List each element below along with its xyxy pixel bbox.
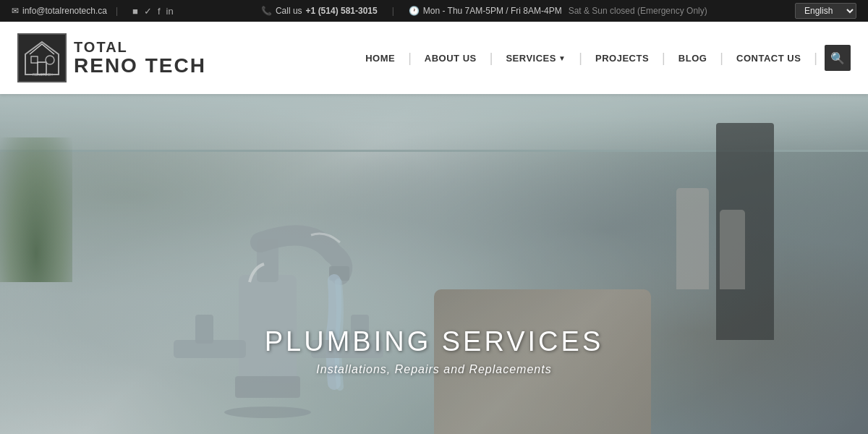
nav-blog-link[interactable]: BLOG	[665, 53, 720, 64]
social-icons: ■ ✓ f in	[132, 6, 174, 17]
nav-item-projects: PROJECTS	[582, 53, 662, 64]
top-bar: ✉ info@totalrenotech.ca | ■ ✓ f in 📞 Cal…	[0, 0, 868, 22]
nav-item-about: ABOUT US	[412, 53, 490, 64]
nav-links: HOME | ABOUT US | SERVICES ▼ | PROJECTS …	[352, 45, 851, 71]
nav-projects-link[interactable]: PROJECTS	[582, 53, 662, 64]
phone-number: +1 (514) 581-3015	[306, 6, 378, 16]
top-bar-left: ✉ info@totalrenotech.ca | ■ ✓ f in	[12, 6, 174, 17]
top-bar-center: 📞 Call us +1 (514) 581-3015 | 🕐 Mon - Th…	[261, 6, 707, 16]
nav-item-contact: CONTACT US	[723, 53, 814, 64]
top-bar-right: English Français	[795, 3, 856, 19]
hero-dim-overlay	[0, 94, 868, 434]
navbar: RENO TECH TOTAL RENO TECH HOME | ABOUT U…	[0, 22, 868, 94]
linkedin-icon[interactable]: in	[166, 6, 174, 17]
search-button[interactable]: 🔍	[825, 45, 851, 71]
facebook-icon[interactable]: f	[158, 6, 161, 17]
hero-title: PLUMBING SERVICES	[265, 326, 604, 357]
svg-point-3	[46, 56, 54, 64]
clock-icon: 🕐	[409, 6, 420, 16]
nav-item-services: SERVICES ▼	[493, 53, 579, 64]
search-icon: 🔍	[830, 51, 845, 65]
hours-info: 🕐 Mon - Thu 7AM-5PM / Fri 8AM-4PM Sat & …	[409, 6, 707, 16]
svg-rect-2	[31, 56, 38, 63]
logo-link[interactable]: RENO TECH TOTAL RENO TECH	[17, 33, 206, 82]
hero-section: PLUMBING SERVICES Installations, Repairs…	[0, 94, 868, 434]
hero-subtitle: Installations, Repairs and Replacements	[265, 363, 604, 376]
svg-text:TECH: TECH	[43, 72, 53, 77]
email-link[interactable]: ✉ info@totalrenotech.ca	[12, 6, 107, 16]
twitter-icon[interactable]: ✓	[144, 6, 152, 17]
weekend-hours: Sat & Sun closed (Emergency Only)	[569, 6, 707, 16]
logo-icon: RENO TECH	[17, 33, 67, 82]
logo-text: TOTAL RENO TECH	[74, 39, 206, 77]
email-address: info@totalrenotech.ca	[22, 6, 107, 16]
separator-2: |	[392, 6, 394, 16]
phone-call-label: Call us	[276, 6, 302, 16]
logo-reno-tech: RENO TECH	[74, 55, 206, 77]
nav-contact-link[interactable]: CONTACT US	[723, 53, 814, 64]
nav-item-blog: BLOG	[665, 53, 720, 64]
language-selector[interactable]: English Français	[795, 3, 856, 19]
nav-about-link[interactable]: ABOUT US	[412, 53, 490, 64]
nav-services-link[interactable]: SERVICES ▼	[493, 53, 579, 64]
email-icon: ✉	[12, 6, 19, 16]
hero-content: PLUMBING SERVICES Installations, Repairs…	[265, 326, 604, 376]
nav-search: 🔍	[817, 45, 851, 71]
chevron-down-icon: ▼	[558, 54, 566, 62]
svg-text:RENO: RENO	[33, 72, 43, 77]
business-hours: Mon - Thu 7AM-5PM / Fri 8AM-4PM	[423, 6, 562, 16]
phone-info: 📞 Call us +1 (514) 581-3015	[261, 6, 378, 16]
logo-svg: RENO TECH	[22, 38, 61, 77]
logo-total: TOTAL	[74, 39, 206, 55]
nav-item-home: HOME	[352, 53, 408, 64]
nav-home-link[interactable]: HOME	[352, 53, 408, 64]
instagram-icon[interactable]: ■	[132, 6, 138, 17]
phone-icon: 📞	[261, 6, 272, 16]
separator-1: |	[116, 6, 118, 16]
